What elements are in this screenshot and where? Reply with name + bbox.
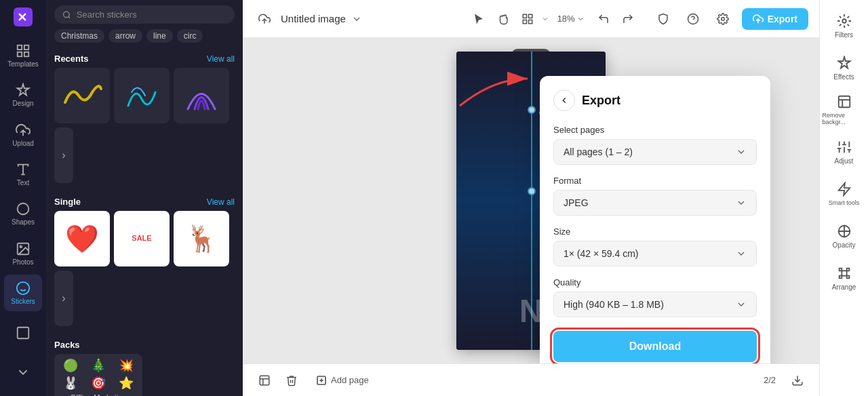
tag-line[interactable]: line — [146, 29, 173, 43]
sticker-item-squiggle[interactable] — [54, 68, 110, 123]
sidebar-item-photos[interactable]: Photos — [4, 235, 42, 272]
select-pages-dropdown[interactable]: All pages (1 – 2) — [553, 139, 757, 165]
size-field: Size 1× (42 × 59.4 cm) — [553, 226, 757, 266]
sticker-sale[interactable]: SALE — [114, 211, 170, 266]
format-field: Format JPEG — [553, 176, 757, 216]
format-chevron-icon — [736, 197, 747, 208]
dot-top — [528, 106, 536, 114]
search-box[interactable] — [54, 5, 235, 24]
right-item-effects[interactable]: Effects — [823, 47, 866, 88]
zoom-control[interactable]: 18% — [552, 11, 590, 26]
recents-section-header: Recents View all — [54, 48, 235, 68]
pack-offline-marketing[interactable]: 🟢 🎄 💥 🐰 🎯 ⭐ Offline Marketing — [54, 354, 142, 396]
svg-marker-62 — [838, 183, 850, 195]
trash-icon — [285, 374, 298, 387]
svg-point-11 — [20, 245, 22, 248]
sidebar-item-upload[interactable]: Upload — [4, 117, 42, 153]
opacity-icon — [837, 224, 852, 239]
adjust-label: Adjust — [835, 157, 854, 165]
svg-point-16 — [64, 12, 70, 18]
sidebar-item-templates[interactable]: Templates — [4, 37, 42, 74]
sidebar-item-text[interactable]: Text — [4, 156, 42, 193]
delete-page-btn[interactable] — [281, 370, 302, 391]
packs-grid: 🟢 🎄 💥 🐰 🎯 ⭐ Offline Marketing 🍾 🥂 🎊 🎸 🥃 — [54, 354, 235, 396]
right-item-filters[interactable]: Filters — [823, 5, 866, 46]
svg-rect-52 — [838, 96, 850, 108]
recents-next-btn[interactable]: › — [54, 127, 73, 183]
main-toolbar: Untitled image 18% — [243, 0, 819, 38]
export-button[interactable]: Export — [742, 8, 808, 30]
export-header: Export — [553, 90, 757, 111]
size-dropdown[interactable]: 1× (42 × 59.4 cm) — [553, 241, 757, 266]
opacity-label: Opacity — [833, 241, 856, 249]
filters-icon — [837, 14, 852, 28]
grid-icon — [521, 13, 534, 25]
recents-view-all[interactable]: View all — [207, 54, 235, 64]
single-next-btn[interactable]: › — [54, 271, 73, 326]
settings-btn[interactable] — [712, 8, 734, 30]
download-button[interactable]: Download — [553, 331, 757, 362]
sidebar-item-shapes[interactable]: Shapes — [4, 195, 42, 232]
quality-value: High (940 KB – 1.8 MB) — [564, 299, 664, 310]
tag-arrow[interactable]: arrow — [108, 29, 142, 43]
redo-btn[interactable] — [617, 8, 639, 30]
format-value: JPEG — [564, 197, 589, 208]
title-dropdown-icon[interactable] — [351, 14, 362, 24]
sticker-heart[interactable]: ❤️ — [54, 211, 110, 266]
pages-chevron-icon — [736, 146, 747, 157]
page-settings-btn[interactable] — [254, 370, 275, 391]
hand-tool-btn[interactable] — [492, 8, 514, 30]
svg-rect-20 — [528, 14, 532, 18]
right-item-remove-bg[interactable]: Remove backgr... — [823, 90, 866, 130]
sidebar-item-stickers[interactable]: Stickers — [4, 275, 42, 311]
help-btn[interactable] — [682, 8, 704, 30]
search-input[interactable] — [77, 9, 226, 20]
right-sidebar: Filters Effects Remove backgr... Adjust … — [819, 0, 868, 396]
adjust-icon — [837, 140, 852, 155]
cursor-tool-btn[interactable] — [468, 8, 490, 30]
right-item-opacity[interactable]: Opacity — [823, 216, 866, 256]
svg-rect-44 — [260, 376, 269, 385]
right-item-arrange[interactable]: Arrange — [823, 258, 866, 298]
single-view-all[interactable]: View all — [207, 197, 235, 207]
export-panel: Export Select pages All pages (1 – 2) Fo… — [540, 76, 770, 363]
format-dropdown[interactable]: JPEG — [553, 190, 757, 216]
upload-cloud-icon — [258, 13, 271, 25]
svg-rect-21 — [523, 20, 526, 23]
svg-rect-3 — [24, 45, 28, 50]
shield-icon — [657, 13, 669, 25]
tag-christmas[interactable]: Christmas — [54, 29, 104, 43]
svg-rect-4 — [18, 52, 22, 56]
select-pages-label: Select pages — [553, 125, 757, 135]
app-logo[interactable]: ✕ — [11, 5, 35, 29]
add-page-btn[interactable]: Add page — [308, 371, 377, 390]
quality-field: Quality High (940 KB – 1.8 MB) — [553, 277, 757, 317]
export-back-btn[interactable] — [553, 90, 575, 111]
upload-cloud-btn[interactable] — [254, 8, 275, 30]
grid-tool-btn[interactable] — [517, 8, 538, 30]
sticker-item-purple-swirl[interactable] — [174, 68, 229, 123]
download-bottom-btn[interactable] — [787, 370, 808, 391]
sidebar-item-design[interactable]: Design — [4, 77, 42, 113]
sidebar-item-expand[interactable] — [4, 354, 42, 391]
size-chevron-icon — [736, 248, 747, 259]
grid-dropdown-icon[interactable] — [541, 15, 549, 23]
tag-circ[interactable]: circ — [177, 29, 203, 43]
right-item-adjust[interactable]: Adjust — [823, 132, 866, 172]
effects-label: Effects — [833, 73, 854, 81]
undo-btn[interactable] — [593, 8, 614, 30]
sidebar-item-more[interactable] — [4, 314, 42, 351]
canvas-area: Page 2 — [243, 38, 819, 363]
panel-content: Recents View all › Single View all ❤️ — [46, 48, 243, 396]
sticker-item-blue-squiggle[interactable] — [114, 68, 170, 123]
right-item-smart-tools[interactable]: Smart tools — [823, 174, 866, 214]
toolbar-left: Untitled image — [254, 8, 460, 30]
svg-text:✕: ✕ — [17, 11, 27, 24]
single-title: Single — [54, 197, 81, 207]
effects-icon — [837, 56, 852, 71]
sticker-reindeer[interactable]: 🦌 — [174, 211, 229, 266]
quality-dropdown[interactable]: High (940 KB – 1.8 MB) — [553, 292, 757, 317]
shield-btn[interactable] — [652, 8, 674, 30]
main-area: Untitled image 18% — [243, 0, 819, 396]
packs-section-header: Packs — [54, 334, 235, 354]
